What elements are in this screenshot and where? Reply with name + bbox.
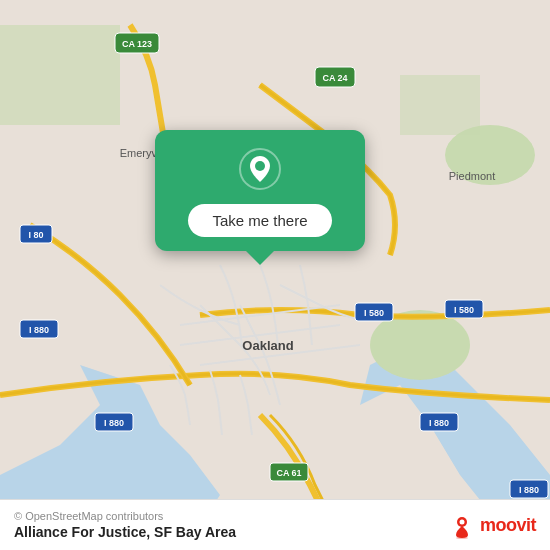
map-container: CA 123 CA 24 I 80 I 880 I 880 I 580 I 58… — [0, 0, 550, 550]
svg-text:I 880: I 880 — [429, 418, 449, 428]
svg-text:I 880: I 880 — [104, 418, 124, 428]
moovit-logo: moovit — [448, 511, 536, 539]
svg-text:Piedmont: Piedmont — [449, 170, 495, 182]
take-me-there-button[interactable]: Take me there — [188, 204, 331, 237]
svg-text:I 880: I 880 — [29, 325, 49, 335]
svg-text:I 880: I 880 — [519, 485, 539, 495]
svg-point-33 — [459, 520, 464, 525]
bottom-bar: © OpenStreetMap contributors Alliance Fo… — [0, 499, 550, 550]
popup-card: Take me there — [155, 130, 365, 251]
svg-text:CA 61: CA 61 — [276, 468, 301, 478]
copyright-text: © OpenStreetMap contributors — [14, 510, 236, 522]
pin-icon-wrapper — [239, 148, 281, 194]
svg-text:CA 24: CA 24 — [322, 73, 347, 83]
bottom-left: © OpenStreetMap contributors Alliance Fo… — [14, 510, 236, 540]
svg-text:I 80: I 80 — [28, 230, 43, 240]
svg-text:I 580: I 580 — [364, 308, 384, 318]
svg-text:I 580: I 580 — [454, 305, 474, 315]
svg-point-34 — [456, 537, 468, 539]
svg-rect-6 — [400, 75, 480, 135]
location-pin-icon — [239, 148, 281, 190]
moovit-brand-text: moovit — [480, 515, 536, 536]
svg-text:Oakland: Oakland — [242, 338, 293, 353]
svg-text:CA 123: CA 123 — [122, 39, 152, 49]
moovit-brand-icon — [448, 511, 476, 539]
svg-rect-4 — [0, 25, 120, 125]
location-title: Alliance For Justice, SF Bay Area — [14, 524, 236, 540]
svg-point-31 — [255, 161, 265, 171]
map-background: CA 123 CA 24 I 80 I 880 I 880 I 580 I 58… — [0, 0, 550, 550]
